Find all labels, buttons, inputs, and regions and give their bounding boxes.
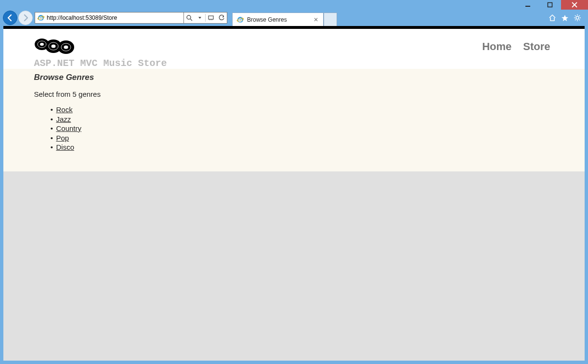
genre-list-item: Pop [48, 133, 554, 143]
svg-rect-8 [209, 16, 213, 19]
compat-view-icon[interactable] [206, 13, 216, 23]
genre-list-item: Rock [48, 105, 554, 115]
address-bar[interactable] [35, 12, 184, 24]
svg-line-7 [190, 19, 192, 21]
tools-icon[interactable] [574, 14, 581, 22]
primary-nav: Home Store [482, 38, 554, 53]
search-icon[interactable] [184, 13, 195, 23]
nav-forward-button[interactable] [18, 11, 33, 25]
nav-back-button[interactable] [3, 11, 17, 25]
new-tab-button[interactable] [324, 13, 337, 26]
genre-link[interactable]: Jazz [56, 115, 71, 123]
window-maximize-button[interactable] [539, 0, 561, 10]
nav-store-link[interactable]: Store [523, 40, 550, 53]
genre-list-item: Jazz [48, 115, 554, 124]
svg-point-25 [40, 43, 44, 46]
svg-point-6 [187, 15, 191, 19]
window-titlebar [0, 0, 588, 10]
browser-window: Browse Genres ✕ [0, 0, 588, 364]
svg-line-21 [575, 20, 576, 21]
nav-home-link[interactable]: Home [482, 40, 511, 53]
site-header-area: ASP.NET MVC Music Store Home Store [3, 29, 585, 69]
tab-close-icon[interactable]: ✕ [313, 16, 319, 23]
browser-tab[interactable]: Browse Genres ✕ [232, 13, 324, 26]
site-title: ASP.NET MVC Music Store [34, 58, 167, 69]
page-subheading: Select from 5 genres [34, 90, 554, 98]
svg-point-26 [51, 45, 55, 48]
svg-line-20 [579, 15, 580, 16]
refresh-icon[interactable] [216, 13, 227, 23]
svg-line-19 [579, 20, 580, 21]
address-input[interactable] [47, 14, 182, 21]
ie-tab-icon [236, 16, 244, 24]
genre-link[interactable]: Disco [56, 143, 75, 151]
ie-page-icon [37, 14, 45, 22]
address-tools [184, 12, 227, 24]
browser-command-icons [549, 14, 585, 22]
genre-list: RockJazzCountryPopDisco [48, 105, 554, 152]
page-viewport: ASP.NET MVC Music Store Home Store Brows… [3, 26, 585, 361]
svg-line-18 [575, 15, 576, 16]
address-bar-container [35, 12, 227, 24]
genre-link[interactable]: Rock [56, 105, 73, 114]
genre-list-item: Country [48, 124, 554, 133]
window-close-button[interactable] [561, 0, 588, 10]
browser-toolbar: Browse Genres ✕ [0, 10, 588, 26]
svg-point-27 [64, 46, 68, 49]
page-heading: Browse Genres [34, 73, 554, 82]
svg-rect-1 [548, 3, 552, 7]
genre-link[interactable]: Pop [56, 134, 69, 142]
genre-link[interactable]: Country [56, 124, 82, 132]
window-minimize-button[interactable] [517, 0, 539, 10]
tab-title: Browse Genres [247, 16, 313, 23]
dropdown-icon[interactable] [195, 13, 205, 23]
favorites-icon[interactable] [561, 14, 569, 22]
site-logo-icon [34, 38, 167, 55]
genre-list-item: Disco [48, 143, 554, 152]
home-icon[interactable] [549, 14, 556, 22]
content-area: Browse Genres Select from 5 genres RockJ… [3, 69, 585, 171]
svg-point-13 [576, 16, 579, 19]
